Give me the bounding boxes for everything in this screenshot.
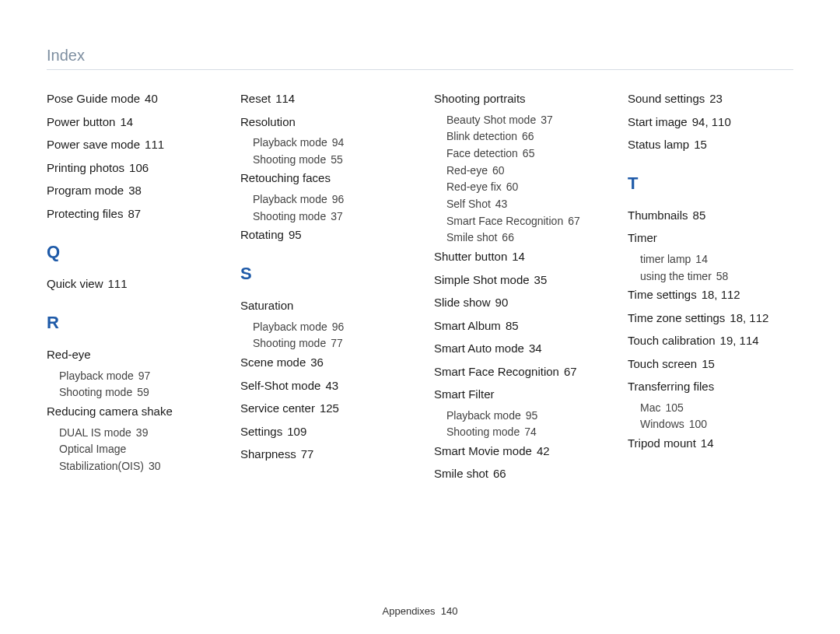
index-subentry[interactable]: Windows100 [640, 416, 793, 433]
index-subentry[interactable]: Shooting mode59 [59, 384, 212, 401]
index-column: Reset114ResolutionPlayback mode94Shootin… [240, 89, 406, 487]
index-entry[interactable]: Resolution [240, 112, 406, 132]
index-subentry[interactable]: Shooting mode55 [253, 152, 406, 169]
index-entry[interactable]: Sharpness77 [240, 444, 406, 464]
entry-term: Reducing camera shake [47, 405, 173, 418]
index-entry[interactable]: Reducing camera shake [47, 401, 212, 422]
index-entry[interactable]: Protecting files87 [47, 204, 212, 224]
index-entry[interactable]: Saturation [240, 296, 406, 316]
index-entry[interactable]: Touch screen15 [628, 354, 793, 374]
index-letter: R [47, 308, 212, 337]
index-entry[interactable]: Touch calibration19, 114 [628, 331, 793, 351]
index-subentry[interactable]: Playback mode95 [446, 408, 600, 425]
entry-pages: 15 [702, 357, 715, 370]
index-subentry[interactable]: Mac105 [640, 400, 793, 417]
entry-pages: 90 [495, 296, 509, 309]
index-entry[interactable]: Simple Shot mode35 [434, 270, 600, 290]
entry-pages: 74 [524, 426, 537, 438]
index-entry[interactable]: Scene mode36 [240, 352, 406, 373]
index-entry[interactable]: Smart Face Recognition67 [434, 362, 600, 382]
index-entry[interactable]: Smile shot66 [434, 464, 600, 484]
index-subentry[interactable]: Shooting mode74 [446, 424, 600, 441]
index-subentry[interactable]: Self Shot43 [446, 196, 600, 213]
index-entry[interactable]: Reset114 [240, 89, 406, 109]
index-subentry[interactable]: Blink detection66 [446, 128, 600, 145]
index-subentry[interactable]: Shooting mode37 [253, 208, 406, 226]
index-entry[interactable]: Program mode38 [47, 180, 212, 201]
index-subentry[interactable]: Playback mode97 [59, 368, 212, 385]
index-entry[interactable]: Smart Movie mode42 [434, 441, 600, 461]
index-entry[interactable]: Service center125 [240, 398, 406, 419]
entry-term: Power save mode [47, 138, 140, 151]
index-entry[interactable]: Quick view111 [47, 274, 212, 294]
entry-pages: 125 [320, 401, 339, 415]
index-subentry[interactable]: timer lamp14 [640, 251, 793, 268]
index-entry[interactable]: Transferring files [628, 377, 793, 397]
entry-pages: 58 [716, 270, 729, 282]
index-entry[interactable]: Time zone settings18, 112 [628, 308, 793, 328]
entry-pages: 109 [287, 425, 306, 438]
index-entry[interactable]: Time settings18, 112 [628, 285, 793, 305]
entry-term: Smart Auto mode [434, 342, 524, 355]
index-subentry[interactable]: Shooting mode77 [253, 335, 406, 352]
entry-pages: 111 [145, 138, 164, 151]
index-entry[interactable]: Printing photos106 [47, 158, 212, 178]
index-entry[interactable]: Shooting portraits [434, 89, 600, 109]
index-entry[interactable]: Thumbnails85 [628, 205, 793, 226]
index-entry[interactable]: Timer [628, 228, 793, 248]
entry-term: Timer [628, 231, 657, 244]
entry-term: Shooting mode [253, 153, 326, 166]
index-subentry[interactable]: Playback mode96 [253, 319, 406, 336]
index-subentry[interactable]: Optical Image Stabilization(OIS)30 [59, 441, 212, 475]
index-subentry[interactable]: using the timer58 [640, 268, 793, 285]
index-entry[interactable]: Power save mode111 [47, 135, 212, 155]
index-entry[interactable]: Smart Filter [434, 384, 600, 405]
index-entry[interactable]: Status lamp15 [628, 135, 793, 155]
index-entry[interactable]: Power button14 [47, 112, 212, 132]
index-subentry[interactable]: Red-eye fix60 [446, 179, 600, 196]
index-subentry[interactable]: Beauty Shot mode37 [446, 112, 600, 129]
entry-term: Smart Face Recognition [446, 215, 563, 227]
index-entry[interactable]: Sound settings23 [628, 89, 793, 109]
index-entry[interactable]: Pose Guide mode40 [47, 89, 212, 109]
entry-term: Red-eye [446, 164, 488, 177]
entry-pages: 18, 112 [730, 311, 768, 324]
index-subentry[interactable]: Playback mode96 [253, 191, 406, 208]
index-entry[interactable]: Smart Album85 [434, 316, 600, 336]
index-entry[interactable]: Shutter button14 [434, 247, 600, 267]
entry-pages: 96 [332, 193, 345, 205]
entry-term: Tripod mount [628, 436, 696, 450]
entry-term: Reset [240, 92, 271, 105]
entry-pages: 60 [506, 180, 519, 193]
entry-pages: 42 [537, 444, 550, 457]
entry-term: Time settings [628, 288, 697, 301]
index-entry[interactable]: Start image94, 110 [628, 112, 793, 132]
index-letter: S [240, 259, 406, 288]
entry-pages: 95 [526, 409, 538, 422]
entry-term: Self-Shot mode [240, 379, 320, 392]
entry-term: Smart Filter [434, 387, 495, 401]
index-subentry[interactable]: DUAL IS mode39 [59, 425, 212, 442]
index-entry[interactable]: Self-Shot mode43 [240, 376, 406, 396]
entry-term: Face detection [446, 147, 518, 159]
index-subentry[interactable]: Smart Face Recognition67 [446, 213, 600, 230]
index-entry[interactable]: Slide show90 [434, 292, 600, 313]
index-entry[interactable]: Red-eye [47, 345, 212, 365]
entry-term: Optical Image Stabilization(OIS) [59, 443, 144, 472]
entry-term: using the timer [640, 270, 712, 282]
index-entry[interactable]: Smart Auto mode34 [434, 338, 600, 359]
index-subentry[interactable]: Red-eye60 [446, 163, 600, 180]
page-title: Index [47, 47, 793, 70]
entry-term: Beauty Shot mode [446, 114, 536, 126]
index-entry[interactable]: Rotating95 [240, 225, 406, 245]
index-entry[interactable]: Tripod mount14 [628, 433, 793, 454]
index-subentry[interactable]: Face detection65 [446, 145, 600, 163]
index-entry[interactable]: Retouching faces [240, 168, 406, 188]
entry-pages: 85 [506, 319, 519, 332]
index-subentry[interactable]: Smile shot66 [446, 229, 600, 247]
footer-label: Appendixes [383, 605, 436, 617]
entry-term: Slide show [434, 296, 491, 309]
index-subentry[interactable]: Playback mode94 [253, 135, 406, 152]
index-entry[interactable]: Settings109 [240, 422, 406, 442]
entry-pages: 14 [695, 253, 708, 265]
